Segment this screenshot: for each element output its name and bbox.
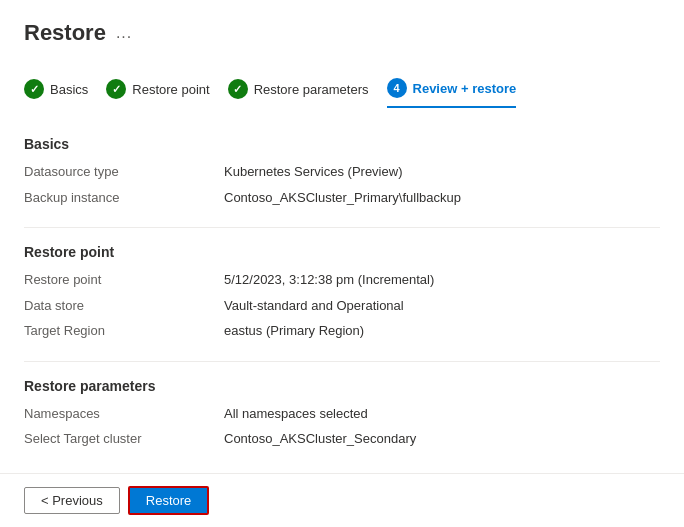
value-target-region: eastus (Primary Region) xyxy=(224,321,364,341)
wizard-steps: Basics Restore point Restore parameters … xyxy=(24,70,660,108)
section-basics: Basics Datasource type Kubernetes Servic… xyxy=(24,136,660,207)
step-number-icon-review: 4 xyxy=(387,78,407,98)
label-backup-instance: Backup instance xyxy=(24,188,224,208)
row-target-cluster: Select Target cluster Contoso_AKSCluster… xyxy=(24,429,660,449)
page-header: Restore ... xyxy=(24,20,660,46)
row-datasource-type: Datasource type Kubernetes Services (Pre… xyxy=(24,162,660,182)
step-check-icon-restore-point xyxy=(106,79,126,99)
label-data-store: Data store xyxy=(24,296,224,316)
row-restore-point: Restore point 5/12/2023, 3:12:38 pm (Inc… xyxy=(24,270,660,290)
divider-1 xyxy=(24,227,660,228)
ellipsis-button[interactable]: ... xyxy=(116,24,132,42)
page-container: Restore ... Basics Restore point Restore… xyxy=(0,0,684,489)
step-restore-parameters[interactable]: Restore parameters xyxy=(228,71,369,107)
row-target-region: Target Region eastus (Primary Region) xyxy=(24,321,660,341)
step-restore-point[interactable]: Restore point xyxy=(106,71,209,107)
section-title-restore-parameters: Restore parameters xyxy=(24,378,660,394)
step-check-icon-basics xyxy=(24,79,44,99)
label-restore-point: Restore point xyxy=(24,270,224,290)
step-label-restore-point: Restore point xyxy=(132,82,209,97)
label-target-cluster: Select Target cluster xyxy=(24,429,224,449)
step-check-icon-restore-parameters xyxy=(228,79,248,99)
step-label-review-restore: Review + restore xyxy=(413,81,517,96)
label-target-region: Target Region xyxy=(24,321,224,341)
value-data-store: Vault-standard and Operational xyxy=(224,296,404,316)
step-label-basics: Basics xyxy=(50,82,88,97)
label-namespaces: Namespaces xyxy=(24,404,224,424)
value-target-cluster: Contoso_AKSCluster_Secondary xyxy=(224,429,416,449)
value-restore-point: 5/12/2023, 3:12:38 pm (Incremental) xyxy=(224,270,434,290)
step-label-restore-parameters: Restore parameters xyxy=(254,82,369,97)
row-namespaces: Namespaces All namespaces selected xyxy=(24,404,660,424)
section-title-restore-point: Restore point xyxy=(24,244,660,260)
footer: < Previous Restore xyxy=(0,473,684,527)
value-datasource-type: Kubernetes Services (Preview) xyxy=(224,162,402,182)
label-datasource-type: Datasource type xyxy=(24,162,224,182)
section-restore-parameters: Restore parameters Namespaces All namesp… xyxy=(24,378,660,449)
previous-button[interactable]: < Previous xyxy=(24,487,120,514)
row-data-store: Data store Vault-standard and Operationa… xyxy=(24,296,660,316)
step-review-restore[interactable]: 4 Review + restore xyxy=(387,70,517,108)
divider-2 xyxy=(24,361,660,362)
page-title: Restore xyxy=(24,20,106,46)
row-backup-instance: Backup instance Contoso_AKSCluster_Prima… xyxy=(24,188,660,208)
restore-button[interactable]: Restore xyxy=(128,486,210,515)
section-restore-point: Restore point Restore point 5/12/2023, 3… xyxy=(24,244,660,341)
value-backup-instance: Contoso_AKSCluster_Primary\fullbackup xyxy=(224,188,461,208)
step-basics[interactable]: Basics xyxy=(24,71,88,107)
section-title-basics: Basics xyxy=(24,136,660,152)
value-namespaces: All namespaces selected xyxy=(224,404,368,424)
